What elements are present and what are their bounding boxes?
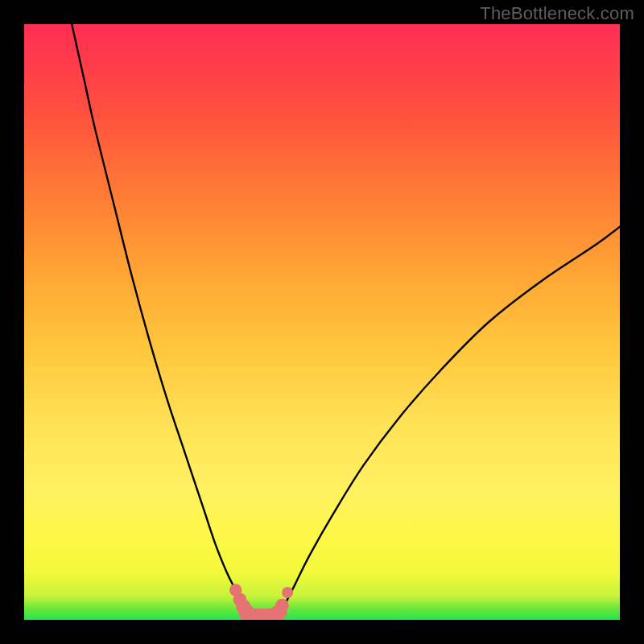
series-left-branch: [72, 24, 250, 620]
valley-marker: [282, 587, 293, 598]
plot-area: [24, 24, 620, 620]
valley-markers: [229, 584, 293, 620]
valley-marker: [275, 599, 289, 613]
attribution-label: TheBottleneck.com: [480, 3, 634, 24]
series-right-branch: [279, 227, 620, 620]
chart-frame: TheBottleneck.com: [0, 0, 644, 644]
bottleneck-curve: [72, 24, 620, 620]
curve-layer: [24, 24, 620, 620]
